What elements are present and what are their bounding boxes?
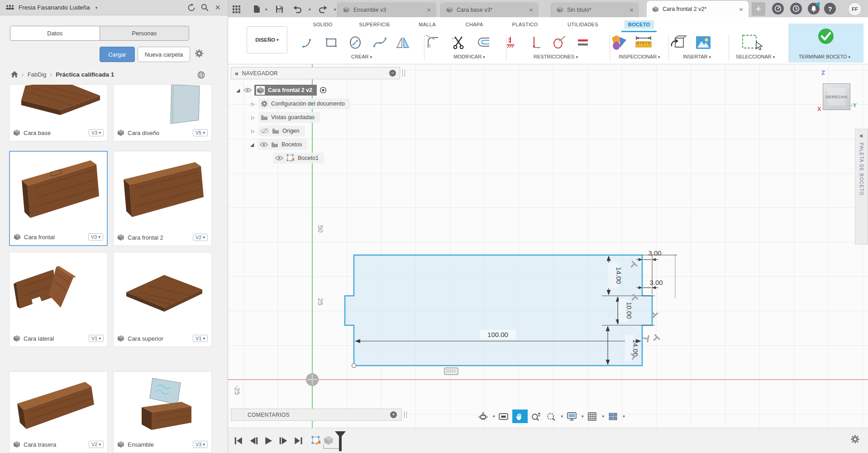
tree-root-row[interactable]: ◢ Cara frontal 2 v2: [235, 85, 327, 96]
timeline-position-marker[interactable]: [334, 431, 346, 452]
zoom-icon[interactable]: [530, 410, 543, 423]
zoom-window-caret-icon[interactable]: ▾: [561, 414, 563, 419]
grid-caret-icon[interactable]: ▾: [602, 414, 605, 419]
insert-image-icon[interactable]: [694, 34, 712, 52]
tab-datos[interactable]: Datos: [10, 26, 100, 40]
group-terminar-boceto[interactable]: TERMINAR BOCETO▾: [799, 54, 850, 59]
constraint-fix-icon[interactable]: [503, 34, 521, 52]
chevron-down-icon[interactable]: ▾: [95, 5, 98, 10]
version-dropdown[interactable]: V2▾: [89, 441, 104, 448]
timeline-play-icon[interactable]: [263, 435, 274, 446]
new-document-button[interactable]: +: [752, 2, 765, 16]
panel-settings-gear-icon[interactable]: [195, 49, 204, 58]
doc-tab-sin-titulo[interactable]: Sin título* ×: [551, 2, 639, 17]
version-dropdown[interactable]: V3▾: [89, 129, 104, 136]
timeline-go-end-icon[interactable]: [293, 435, 304, 446]
close-tab-icon[interactable]: ×: [739, 5, 743, 13]
tree-row-sketches[interactable]: ◢ Bocetos: [249, 139, 307, 150]
display-caret-icon[interactable]: ▾: [582, 414, 584, 419]
job-status-clock-icon[interactable]: [790, 3, 802, 14]
expand-palette-icon[interactable]: «: [860, 132, 863, 139]
redo-caret-icon[interactable]: ▾: [334, 7, 336, 12]
file-card-cara-frontal-2[interactable]: Cara frontal 2 V2▾: [113, 151, 212, 246]
collapse-browser-icon[interactable]: «: [235, 70, 238, 77]
tree-row-origin[interactable]: ▷ Origen: [250, 125, 305, 136]
sketch-profile[interactable]: [345, 255, 652, 366]
file-card-ensamble[interactable]: Ensamble V3▾: [113, 371, 212, 453]
search-icon[interactable]: [200, 3, 209, 12]
ribbon-tab-boceto-active[interactable]: BOCETO: [625, 20, 654, 29]
new-folder-button[interactable]: Nueva carpeta: [138, 47, 190, 62]
version-dropdown[interactable]: V3▾: [193, 441, 208, 448]
expander-open-icon[interactable]: ◢: [235, 87, 241, 93]
tree-row-named-views[interactable]: ▷ Vistas guardadas: [250, 112, 320, 123]
tree-root-selected[interactable]: Cara frontal 2 v2: [254, 85, 317, 96]
sketch-circle-tool-icon[interactable]: [346, 34, 364, 52]
visibility-off-eye-icon[interactable]: [261, 128, 269, 134]
browser-panel-header[interactable]: « NAVEGADOR −: [231, 67, 400, 79]
close-tab-icon[interactable]: ×: [529, 6, 533, 14]
expander-closed-icon[interactable]: ▷: [250, 101, 256, 106]
inspect-shapes-icon[interactable]: [610, 34, 629, 52]
timeline-settings-gear-icon[interactable]: [850, 434, 860, 444]
web-link-globe-icon[interactable]: [197, 71, 205, 79]
sketch-palette-strip[interactable]: « PALETA DE BOCETO: [855, 129, 868, 245]
ribbon-tab-plastico[interactable]: PLÁSTICO: [509, 20, 542, 29]
upload-button[interactable]: Cargar: [100, 47, 135, 62]
tab-personas[interactable]: Personas: [100, 26, 189, 40]
insert-derive-icon[interactable]: [669, 34, 687, 52]
orbit-icon[interactable]: [477, 410, 489, 423]
expander-open-icon[interactable]: ◢: [249, 142, 255, 148]
timeline-go-start-icon[interactable]: [233, 435, 244, 446]
file-card-cara-diseno[interactable]: Cara diseño V5▾: [113, 84, 212, 141]
group-insertar[interactable]: INSERTAR▾: [683, 54, 711, 59]
select-tool-icon[interactable]: [741, 34, 764, 52]
add-comment-icon[interactable]: +: [390, 411, 397, 418]
group-modificar[interactable]: MODIFICAR▾: [453, 54, 485, 59]
trim-scissors-tool-icon[interactable]: [450, 34, 468, 52]
visibility-eye-icon[interactable]: [243, 87, 252, 93]
grid-settings-icon[interactable]: [586, 410, 599, 423]
comments-panel[interactable]: COMENTARIOS +: [231, 409, 402, 421]
version-dropdown[interactable]: V1▾: [193, 335, 208, 342]
expander-closed-icon[interactable]: ▷: [250, 129, 256, 134]
version-dropdown[interactable]: V3▾: [88, 233, 103, 241]
comments-resize-handle[interactable]: [404, 411, 407, 418]
group-inspeccionar[interactable]: INSPECCIONAR▾: [619, 54, 660, 59]
version-dropdown[interactable]: V5▾: [193, 129, 208, 136]
viewports-caret-icon[interactable]: ▾: [623, 414, 625, 419]
group-crear[interactable]: CREAR▾: [351, 54, 372, 59]
file-card-cara-base[interactable]: Cara base V3▾: [9, 84, 108, 141]
pan-icon-active[interactable]: [512, 410, 528, 423]
viewcube[interactable]: DERECHA: [823, 83, 850, 110]
file-card-cara-trasera[interactable]: Cara trasera V2▾: [9, 371, 108, 453]
ribbon-tab-superficie[interactable]: SUPERFICIE: [355, 20, 394, 29]
modeling-canvas[interactable]: 50 25 -25 100.00: [228, 64, 868, 428]
sketch-rectangle-tool-icon[interactable]: [322, 34, 340, 52]
app-grid-menu-icon[interactable]: [231, 4, 241, 14]
doc-tab-cara-base[interactable]: Cara base v3* ×: [440, 2, 539, 17]
visibility-eye-icon[interactable]: [260, 142, 268, 147]
version-dropdown[interactable]: V2▾: [193, 234, 208, 241]
ribbon-tab-utilidades[interactable]: UTILIDADES: [564, 20, 602, 29]
sketch-spline-tool-icon[interactable]: [371, 34, 389, 52]
undo-caret-icon[interactable]: ▾: [309, 7, 311, 12]
tree-row-boceto1[interactable]: Boceto1: [273, 153, 324, 164]
sketch-line-tool-icon[interactable]: [300, 34, 318, 52]
group-restricciones[interactable]: RESTRICCIONES▾: [534, 54, 578, 59]
help-icon[interactable]: ?: [824, 3, 836, 14]
undo-icon[interactable]: [292, 4, 302, 14]
timeline-step-forward-icon[interactable]: [278, 435, 289, 446]
version-dropdown[interactable]: V1▾: [89, 335, 104, 342]
timeline-step-back-icon[interactable]: [248, 435, 259, 446]
doc-tab-cara-frontal-2-active[interactable]: Cara frontal 2 v2* ×: [647, 1, 749, 17]
breadcrumb-folder[interactable]: Práctica calificada 1: [56, 71, 114, 78]
look-at-icon[interactable]: [497, 410, 510, 423]
ribbon-tab-malla[interactable]: MALLA: [415, 20, 439, 29]
file-menu-icon[interactable]: [252, 4, 262, 14]
design-workspace-dropdown[interactable]: DISEÑO▾: [247, 26, 287, 53]
redo-icon[interactable]: [318, 4, 328, 14]
ribbon-tab-solido[interactable]: SOLIDO: [309, 20, 336, 29]
home-icon[interactable]: [11, 71, 18, 78]
viewcube-face-label[interactable]: DERECHA: [825, 94, 848, 99]
